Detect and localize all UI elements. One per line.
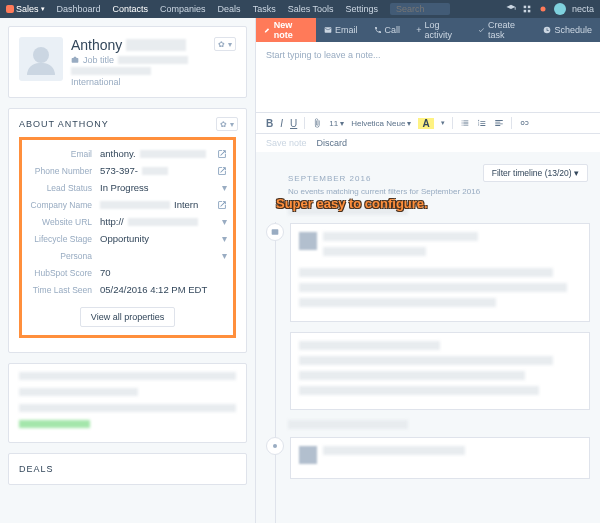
svg-rect-1 — [528, 6, 531, 8]
svg-rect-2 — [524, 10, 527, 12]
svg-rect-3 — [528, 10, 531, 12]
search-input[interactable] — [390, 3, 450, 15]
notification-icon[interactable] — [538, 4, 548, 14]
discard-button[interactable]: Discard — [317, 138, 348, 148]
timeline: Filter timeline (13/20) ▾ SEPTEMBER 2016… — [256, 152, 600, 523]
persona-select[interactable]: ▾ — [100, 250, 227, 261]
top-nav: Sales ▾ Dashboard Contacts Companies Dea… — [0, 0, 600, 18]
timeline-bullet-icon — [266, 223, 284, 241]
nav-tasks[interactable]: Tasks — [253, 4, 276, 14]
phone-icon — [374, 26, 382, 34]
font-select[interactable]: Helvetica Neue ▾ — [351, 119, 411, 128]
deals-title: DEALS — [19, 464, 236, 474]
academy-icon[interactable] — [506, 4, 516, 14]
right-column: New note Email Call +Log activity Create… — [255, 18, 600, 523]
marketplace-icon[interactable] — [522, 4, 532, 14]
save-note-button: Save note — [266, 138, 307, 148]
contact-name: Anthony — [71, 37, 236, 53]
external-link-icon[interactable] — [217, 200, 227, 210]
tab-log-activity[interactable]: +Log activity — [408, 18, 470, 42]
user-name: necta — [572, 4, 594, 14]
briefcase-icon — [71, 56, 79, 64]
svg-point-4 — [540, 7, 545, 12]
list-ol-icon[interactable] — [477, 118, 487, 128]
about-section: ABOUT ANTHONY ✿ ▾ Emailanthony. Phone Nu… — [8, 108, 247, 353]
contact-company — [71, 67, 236, 75]
text-color-button[interactable]: A — [418, 118, 433, 129]
generic-card — [8, 363, 247, 443]
company-field[interactable]: Intern — [100, 199, 227, 210]
clock-icon — [543, 26, 551, 34]
brand[interactable]: Sales ▾ — [6, 4, 45, 14]
score-field[interactable]: 70 — [100, 267, 227, 278]
tab-email[interactable]: Email — [316, 18, 366, 42]
svg-rect-0 — [524, 6, 527, 8]
deals-section: DEALS — [8, 453, 247, 485]
envelope-icon — [324, 26, 332, 34]
last-seen-field: 05/24/2016 4:12 PM EDT — [100, 284, 227, 295]
check-icon — [478, 26, 485, 34]
nav-deals[interactable]: Deals — [218, 4, 241, 14]
logo-icon — [6, 5, 14, 13]
external-link-icon[interactable] — [217, 166, 227, 176]
timeline-empty-text: No events matching current filters for S… — [288, 187, 590, 196]
note-textarea[interactable]: Start typing to leave a note... — [256, 42, 600, 112]
tab-new-note[interactable]: New note — [256, 18, 316, 42]
contact-settings-button[interactable]: ✿ ▾ — [214, 37, 236, 51]
filter-timeline-button[interactable]: Filter timeline (13/20) ▾ — [483, 164, 588, 182]
editor-toolbar: B I U 11 ▾ Helvetica Neue ▾ A▾ — [256, 112, 600, 133]
bold-button[interactable]: B — [266, 118, 273, 129]
timeline-item[interactable] — [266, 223, 590, 322]
lead-status-select[interactable]: In Progress▾ — [100, 182, 227, 193]
tab-schedule[interactable]: Schedule — [535, 18, 600, 42]
link-icon[interactable] — [519, 118, 529, 128]
plus-icon: + — [416, 25, 421, 35]
nav-settings[interactable]: Settings — [346, 4, 379, 14]
contact-avatar — [19, 37, 63, 81]
underline-button[interactable]: U — [290, 118, 297, 129]
timeline-item[interactable] — [266, 332, 590, 410]
svg-point-5 — [273, 444, 277, 448]
nav-sales-tools[interactable]: Sales Tools — [288, 4, 334, 14]
email-field[interactable]: anthony. — [100, 148, 227, 159]
contact-header: Anthony Job title International ✿ ▾ — [8, 26, 247, 98]
phone-field[interactable]: 573-397- — [100, 165, 227, 176]
nav-dashboard[interactable]: Dashboard — [57, 4, 101, 14]
align-icon[interactable] — [494, 118, 504, 128]
activity-tabs: New note Email Call +Log activity Create… — [256, 18, 600, 42]
user-avatar[interactable] — [554, 3, 566, 15]
about-title: ABOUT ANTHONY — [19, 119, 236, 129]
nav-companies[interactable]: Companies — [160, 4, 206, 14]
pencil-icon — [264, 26, 271, 34]
about-settings-button[interactable]: ✿ ▾ — [216, 117, 238, 131]
timeline-item[interactable] — [266, 437, 590, 479]
website-field[interactable]: http://▾ — [100, 216, 227, 227]
about-highlighted: Emailanthony. Phone Number573-397- Lead … — [19, 137, 236, 338]
lifecycle-select[interactable]: Opportunity▾ — [100, 233, 227, 244]
job-title: Job title — [71, 55, 236, 65]
italic-button[interactable]: I — [280, 118, 283, 129]
attach-icon[interactable] — [312, 118, 322, 128]
nav-contacts[interactable]: Contacts — [113, 4, 149, 14]
external-link-icon[interactable] — [217, 149, 227, 159]
view-all-properties-button[interactable]: View all properties — [80, 307, 175, 327]
left-column: Anthony Job title International ✿ ▾ ABOU… — [0, 18, 255, 523]
timeline-bullet-icon — [266, 437, 284, 455]
tab-create-task[interactable]: Create task — [470, 18, 535, 42]
tab-call[interactable]: Call — [366, 18, 409, 42]
list-ul-icon[interactable] — [460, 118, 470, 128]
